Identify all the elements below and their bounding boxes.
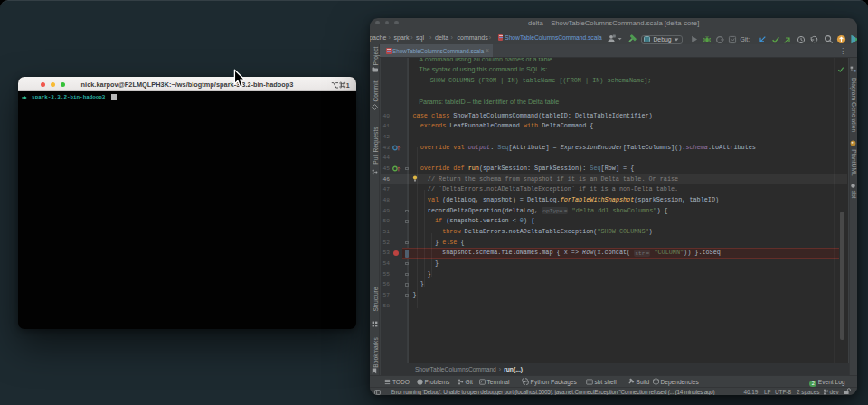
svg-text:1: 1 [346, 82, 350, 89]
